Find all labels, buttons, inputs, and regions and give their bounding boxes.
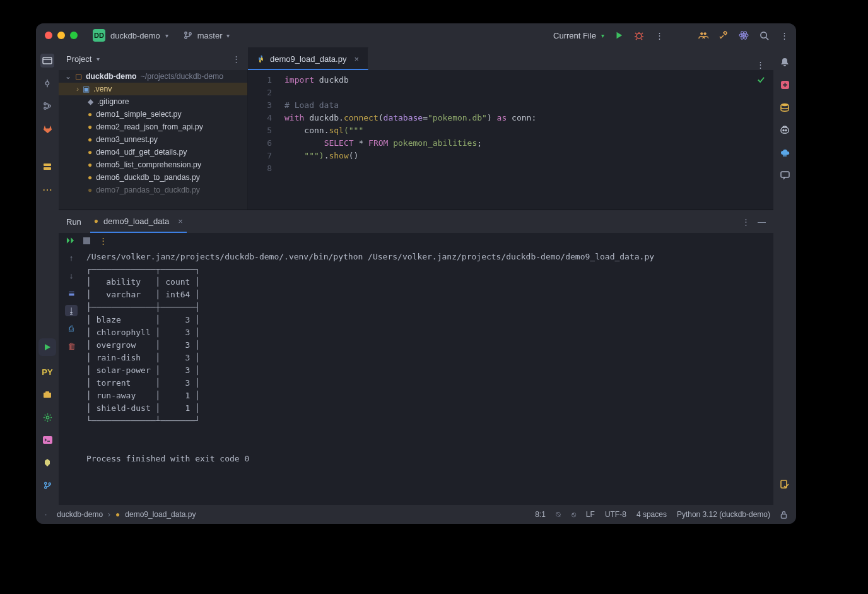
database-tool-icon[interactable] [778, 100, 792, 114]
tree-root-name: duckdb-demo [86, 72, 137, 81]
settings-gear-icon[interactable] [40, 410, 54, 424]
left-tool-strip: ⋯ PY [36, 47, 59, 505]
search-icon[interactable] [758, 30, 770, 41]
lock-icon[interactable] [780, 511, 787, 519]
ide-window: DD duckdb-demo ▾ master ▾ Current File ▾… [36, 23, 796, 524]
ai-chat-icon[interactable] [778, 169, 792, 182]
run-tool-icon[interactable] [40, 340, 54, 354]
tree-file[interactable]: ●demo3_unnest.py [59, 133, 247, 146]
endpoints-tool-icon[interactable] [778, 146, 792, 160]
close-icon[interactable]: × [354, 54, 359, 64]
python-file-icon: ● [88, 110, 92, 119]
rerun-icon[interactable] [66, 237, 74, 244]
project-tool-icon[interactable] [40, 54, 54, 68]
vcs-tool-icon[interactable] [40, 478, 54, 492]
tree-file-label: demo1_simple_select.py [96, 110, 181, 119]
run-icon[interactable] [613, 30, 625, 41]
caret-position[interactable]: 8:1 [535, 510, 546, 519]
table-row: │ torrent │ 3 │ [86, 378, 200, 388]
tree-file[interactable]: ●demo5_list_comprehension.py [59, 158, 247, 171]
chevron-down-icon[interactable]: ▾ [97, 56, 100, 62]
svg-point-9 [743, 35, 744, 36]
python-console-icon[interactable]: PY [40, 365, 54, 379]
run-tab[interactable]: ● demo9_load_data × [90, 210, 187, 233]
ai-assistant-icon[interactable] [738, 30, 749, 41]
commit-tool-icon[interactable] [40, 76, 54, 90]
more-icon[interactable]: ⋮ [99, 236, 107, 246]
print-icon[interactable]: ⎙ [65, 323, 78, 334]
svg-point-15 [49, 105, 51, 107]
run-toolbar: ⋮ [59, 233, 773, 248]
tree-file[interactable]: ●demo7_pandas_to_duckdb.py [59, 184, 247, 196]
tree-file-label: demo5_list_comprehension.py [96, 160, 201, 169]
line-separator[interactable]: LF [586, 510, 595, 519]
up-stack-icon[interactable]: ↑ [65, 252, 78, 263]
interpreter-label[interactable]: Python 3.12 (duckdb-demo) [677, 510, 770, 519]
tree-file[interactable]: ●demo4_udf_get_details.py [59, 146, 247, 158]
svg-point-5 [704, 32, 707, 35]
packages-tool-icon[interactable] [40, 388, 54, 401]
project-selector[interactable]: DD duckdb-demo ▾ [93, 29, 168, 42]
debug-icon[interactable] [633, 30, 645, 41]
soft-wrap-icon[interactable]: ≣ [65, 287, 78, 299]
indent-setting[interactable]: 4 spaces [636, 510, 667, 519]
vcs-branch-selector[interactable]: master ▾ [182, 30, 230, 41]
breadcrumb-item[interactable]: duckdb-demo [57, 510, 103, 519]
svg-rect-33 [782, 514, 787, 518]
editor-code[interactable]: import duckdb # Load data with duckdb.co… [279, 70, 773, 210]
coverage-icon[interactable] [778, 477, 792, 491]
run-config-selector[interactable]: Current File ▾ [553, 31, 604, 40]
stop-icon[interactable] [83, 237, 90, 244]
down-stack-icon[interactable]: ↓ [65, 270, 78, 281]
settings-icon[interactable]: ⋮ [778, 30, 790, 41]
svg-rect-25 [83, 237, 90, 244]
tree-folder-venv[interactable]: › ▣ .venv [59, 83, 247, 95]
close-window-icon[interactable] [45, 32, 52, 39]
python-file-icon: ● [88, 173, 92, 182]
tree-file-label: demo6_duckdb_to_pandas.py [96, 173, 200, 182]
scroll-to-end-icon[interactable]: ⭳ [65, 305, 78, 316]
readonly-icon[interactable]: ⦰ [556, 510, 561, 519]
build-tools-icon[interactable] [718, 30, 729, 41]
editor-tab[interactable]: demo9_load_data.py × [248, 47, 368, 70]
tree-file[interactable]: ●demo6_duckdb_to_pandas.py [59, 171, 247, 184]
close-icon[interactable]: × [178, 217, 183, 226]
minimize-icon[interactable]: — [758, 217, 766, 227]
center-area: Project ▾ ⋮ demo9_load_data.py × ⋮ [59, 47, 773, 505]
minimize-window-icon[interactable] [57, 32, 65, 39]
more-icon[interactable]: ⋮ [232, 54, 240, 64]
structure-tool-icon[interactable] [40, 99, 54, 113]
breadcrumb[interactable]: duckdb-demo › ● demo9_load_data.py [57, 510, 196, 519]
run-console[interactable]: /Users/volker.janz/projects/duckdb-demo/… [84, 248, 773, 505]
table-header: │ varchar │ int64 │ [86, 290, 200, 299]
code-editor[interactable]: 12345678 import duckdb # Load data with … [248, 70, 773, 210]
maximize-window-icon[interactable] [70, 32, 78, 39]
notifications-icon[interactable] [778, 55, 792, 69]
breadcrumb-item[interactable]: demo9_load_data.py [125, 510, 196, 519]
more-tools-icon[interactable]: ⋯ [40, 182, 54, 196]
project-tree[interactable]: ⌄ ▢ duckdb-demo ~/projects/duckdb-demo ›… [59, 70, 248, 210]
tree-file[interactable]: ●demo2_read_json_from_api.py [59, 121, 247, 133]
more-icon[interactable]: ⋮ [742, 217, 750, 227]
services-tool-icon[interactable] [40, 160, 54, 174]
tree-file[interactable]: ●demo1_simple_select.py [59, 108, 247, 121]
svg-point-29 [783, 130, 784, 131]
svg-rect-18 [44, 393, 51, 398]
problems-tool-icon[interactable] [40, 456, 54, 470]
more-icon[interactable]: ⋮ [754, 59, 766, 70]
file-icon: ◆ [88, 97, 93, 106]
inspection-ok-icon[interactable] [756, 75, 766, 85]
tree-root[interactable]: ⌄ ▢ duckdb-demo ~/projects/duckdb-demo [59, 70, 247, 83]
more-icon[interactable]: ⋮ [654, 30, 665, 41]
code-with-me-icon[interactable] [698, 30, 709, 41]
add-tool-icon[interactable] [778, 78, 792, 92]
tree-file[interactable]: ◆ .gitignore [59, 95, 247, 108]
gitlab-icon[interactable] [40, 122, 54, 136]
vcs-status-icon[interactable]: ⎋ [572, 510, 576, 519]
file-encoding[interactable]: UTF-8 [605, 510, 626, 519]
copilot-icon[interactable] [778, 123, 792, 137]
terminal-tool-icon[interactable] [40, 433, 54, 447]
tree-file-label: demo2_read_json_from_api.py [96, 122, 203, 131]
svg-point-0 [185, 32, 187, 35]
clear-all-icon[interactable]: 🗑 [65, 340, 78, 352]
